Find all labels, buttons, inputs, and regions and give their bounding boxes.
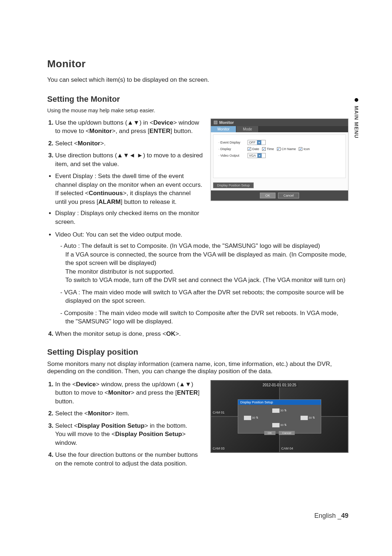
page-footer: English _49 xyxy=(314,512,348,520)
checkbox-date[interactable]: ✔Date xyxy=(248,147,259,151)
monitor-dialog: Monitor Monitor Mode · Event Display OFF… xyxy=(211,118,348,201)
cam-label-1: CAM 01 xyxy=(213,411,225,415)
checkbox-ch-name[interactable]: ✔CH Name xyxy=(277,147,296,151)
dialog-title: Monitor xyxy=(219,120,234,125)
checkbox-icon[interactable]: ✔Icon xyxy=(299,147,310,151)
dp-step-3: Select <Display Position Setup> in the b… xyxy=(55,422,203,447)
display-position-popup: Display Position Setup 30⇅ 30⇅ 30⇅ 30⇅ O… xyxy=(238,399,321,434)
section-heading-setting-monitor: Setting the Monitor xyxy=(47,94,348,104)
dropdown-event-display[interactable]: OFF▾ xyxy=(248,140,266,145)
side-tab-dot xyxy=(355,98,358,102)
chevron-down-icon: ▾ xyxy=(257,153,262,158)
dialog-title-icon xyxy=(214,121,217,124)
display-position-screenshot: ▣ ▣ ▣ ◉ ▲ ⛶ ⊕ 🔍 ⚙ CAM 01 CAM 03 CAM 04 2… xyxy=(211,380,348,453)
step-1: Use the up/down buttons (▲▼) in <Device>… xyxy=(55,118,203,136)
tab-monitor[interactable]: Monitor xyxy=(211,126,236,132)
display-position-setup-button[interactable]: Display Position Setup xyxy=(213,182,254,188)
page-heading: Monitor xyxy=(47,58,348,70)
mouse-note: Using the mouse may help make setup easi… xyxy=(47,108,348,113)
spin-top[interactable]: 30⇅ xyxy=(272,408,287,413)
label-video-output: · Video Output xyxy=(219,154,245,157)
step-4: When the monitor setup is done, press <O… xyxy=(55,330,348,338)
section-side-tab: MAIN MENU xyxy=(354,98,359,138)
timestamp: 2012-01-01 01:10:25 xyxy=(261,383,298,387)
bullet-display: Display : Displays only checked items on… xyxy=(55,209,203,226)
dash-composite: Composite : The main video mode will swi… xyxy=(60,309,348,326)
ok-button[interactable]: OK xyxy=(260,193,275,198)
direction-icon: ▲▼◄ ► xyxy=(117,152,143,159)
page-intro: You can select which item(s) to be displ… xyxy=(47,76,348,84)
dialog-titlebar: Monitor xyxy=(211,119,348,126)
dash-auto: Auto : The default is set to Composite. … xyxy=(60,242,348,284)
label-display: · Display xyxy=(219,147,245,151)
label-event-display: · Event Display xyxy=(219,141,245,144)
step-3: Use direction buttons (▲▼◄ ►) to move to… xyxy=(55,151,203,168)
cam-label-3: CAM 03 xyxy=(213,447,225,451)
step-2: Select <Monitor>. xyxy=(55,139,203,148)
spin-bottom[interactable]: 30⇅ xyxy=(272,423,287,427)
dp-step-1: In the <Device> window, press the up/dow… xyxy=(55,380,203,406)
dropdown-video-output[interactable]: VGA▾ xyxy=(248,153,266,158)
side-tab-label: MAIN MENU xyxy=(354,106,359,138)
cancel-button[interactable]: Cancel xyxy=(278,193,299,198)
cam-label-4: CAM 04 xyxy=(281,447,293,451)
updown-icon: ▲▼ xyxy=(127,119,139,126)
display-position-intro: Some monitors many not display informati… xyxy=(47,360,348,375)
bullet-video-out: Video Out: You can set the video output … xyxy=(55,230,348,239)
spin-right[interactable]: 30⇅ xyxy=(301,416,315,420)
section-heading-display-position: Setting Display position xyxy=(47,347,348,357)
dp-step-2: Select the <Monitor> item. xyxy=(55,409,203,418)
dp-step-4: Use the four direction buttons or the nu… xyxy=(55,451,203,468)
popup-ok-button[interactable]: OK xyxy=(264,431,276,435)
bullet-event-display: Event Display : Sets the dwell time of t… xyxy=(55,172,203,206)
popup-cancel-button[interactable]: Cancel xyxy=(279,431,295,435)
spin-left[interactable]: 30⇅ xyxy=(244,416,258,420)
chevron-down-icon: ▾ xyxy=(257,140,261,145)
popup-title: Display Position Setup xyxy=(238,400,321,405)
dash-vga: VGA : The main video mode will switch to… xyxy=(60,288,348,305)
tab-mode[interactable]: Mode xyxy=(236,126,259,132)
checkbox-time[interactable]: ✔Time xyxy=(262,147,274,151)
updown-icon: ▲▼ xyxy=(179,381,191,388)
